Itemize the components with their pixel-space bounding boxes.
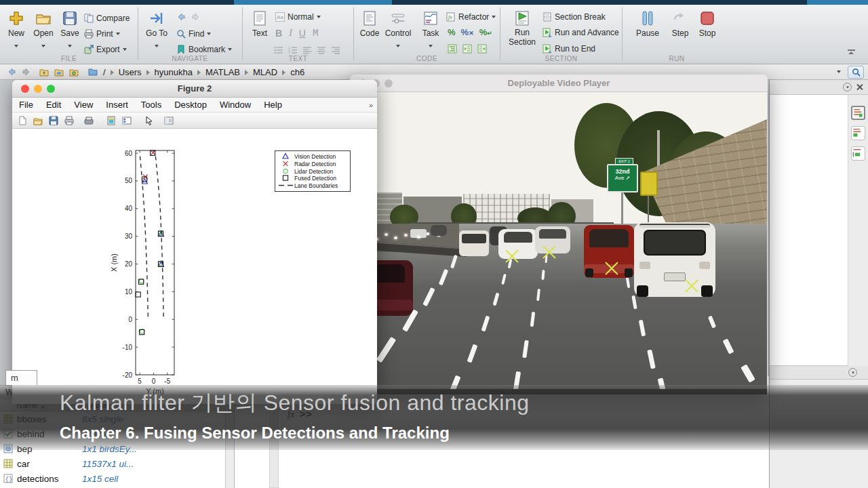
comment-icon[interactable]: % xyxy=(448,27,456,37)
cloud-folder-icon[interactable] xyxy=(54,67,64,77)
underline-button[interactable]: U xyxy=(299,28,306,39)
bold-button[interactable]: B xyxy=(275,28,282,39)
new-button[interactable]: New xyxy=(2,10,31,54)
zoom-traffic-icon[interactable] xyxy=(47,85,55,93)
panel-menu-icon[interactable] xyxy=(848,368,857,377)
numbered-list-icon[interactable]: 123 xyxy=(288,45,298,55)
path-dropdown-icon[interactable] xyxy=(837,70,841,73)
find-button[interactable]: Find xyxy=(176,27,211,40)
history-back-icon[interactable] xyxy=(7,67,16,77)
fx-icon[interactable]: fx xyxy=(288,409,294,420)
uncomment-icon[interactable]: %✕ xyxy=(461,27,474,37)
menu-desktop[interactable]: Desktop xyxy=(174,100,207,110)
workspace-scrollbar[interactable] xyxy=(225,411,234,488)
figure-window-titlebar[interactable]: Figure 2 xyxy=(12,80,377,98)
open-button[interactable]: Open xyxy=(29,10,58,54)
align-right-icon[interactable] xyxy=(331,45,340,55)
align-center-icon[interactable] xyxy=(317,45,326,55)
workspace-row-detections[interactable]: {} detections1x15 cell xyxy=(0,471,234,486)
figure-canvas[interactable]: -20-10010203040506050-5X (m)Y (m) Vision… xyxy=(12,129,377,403)
menu-edit[interactable]: Edit xyxy=(46,100,61,110)
run-and-advance-button[interactable]: Run and Advance xyxy=(542,26,619,39)
stop-button[interactable]: Stop xyxy=(693,10,722,54)
sedan-rear-window xyxy=(504,232,532,243)
bookmark-button[interactable]: Bookmark xyxy=(176,43,232,56)
command-window-scrollbar[interactable] xyxy=(269,394,279,488)
wheel xyxy=(625,268,633,277)
search-folder-icon[interactable] xyxy=(69,67,79,77)
view-toggle-icon[interactable] xyxy=(851,106,865,120)
compare-button[interactable]: Compare xyxy=(84,12,130,24)
toolstrip-section-code: Code Control Task fx Refactor % %✕ %↵ xyxy=(354,5,500,64)
video-window-titlebar[interactable]: Deployable Video Player xyxy=(350,75,768,92)
print-button[interactable]: Print xyxy=(84,27,120,40)
breadcrumb-users[interactable]: Users xyxy=(119,67,142,77)
workspace-row-behind[interactable]: behindlogical xyxy=(0,426,234,441)
refactor-button[interactable]: fx Refactor xyxy=(446,10,496,23)
panel-menu-icon[interactable] xyxy=(843,83,852,92)
new-figure-icon[interactable] xyxy=(18,116,27,125)
plot-legend[interactable]: Vision Detection Radar Detection Lidar D… xyxy=(275,150,351,192)
breadcrumb-matlab[interactable]: MATLAB xyxy=(205,67,240,77)
menu-help[interactable]: Help xyxy=(264,100,282,110)
workspace-row-bboxes[interactable]: bboxes6x5 single xyxy=(0,411,234,426)
breadcrumb-user[interactable]: hyunukha xyxy=(155,67,193,77)
menu-file[interactable]: File xyxy=(19,100,33,110)
run-section-button[interactable]: Run Section xyxy=(505,10,539,54)
control-button[interactable]: Control xyxy=(382,10,414,54)
indent-left-icon[interactable] xyxy=(477,44,487,54)
step-button[interactable]: Step xyxy=(666,10,694,54)
workspace-row-car[interactable]: car11537x1 ui... xyxy=(0,456,234,471)
search-button[interactable] xyxy=(848,66,864,79)
export-button[interactable]: Export xyxy=(84,43,127,56)
italic-button[interactable]: I xyxy=(289,28,292,39)
monospace-button[interactable]: M xyxy=(313,28,318,39)
menu-overflow-icon[interactable]: » xyxy=(369,101,373,109)
run-to-end-button[interactable]: Run to End xyxy=(542,42,595,55)
mini-rear-window xyxy=(644,230,706,256)
close-icon[interactable] xyxy=(856,83,863,91)
open-file-icon[interactable] xyxy=(33,116,43,125)
indent-right-icon[interactable] xyxy=(462,44,472,54)
style-dropdown[interactable]: Aa Normal xyxy=(275,10,321,23)
nav-back-button[interactable] xyxy=(176,10,201,23)
bullet-list-icon[interactable] xyxy=(274,45,283,55)
wrap-comment-icon[interactable]: %↵ xyxy=(479,27,492,37)
breadcrumb-ch6[interactable]: ch6 xyxy=(290,67,304,77)
toolstrip-section-run: Pause Step Stop RUN xyxy=(623,5,731,64)
menu-insert[interactable]: Insert xyxy=(106,100,128,110)
collapse-toolstrip-icon[interactable] xyxy=(848,49,855,54)
colorbar-icon[interactable] xyxy=(106,116,116,125)
menu-window[interactable]: Window xyxy=(220,100,251,110)
menu-view[interactable]: View xyxy=(74,100,93,110)
legend-toggle-icon[interactable] xyxy=(164,116,174,125)
close-traffic-icon[interactable] xyxy=(21,85,29,93)
prompt-chevrons: >> xyxy=(300,409,312,420)
zoom-traffic-icon[interactable] xyxy=(384,79,393,87)
minimize-traffic-icon[interactable] xyxy=(34,85,42,93)
smart-indent-icon[interactable] xyxy=(448,44,457,54)
report-icon[interactable] xyxy=(851,126,865,140)
copy-figure-icon[interactable] xyxy=(84,116,94,125)
workspace-row-bep[interactable]: bep1x1 birdsEy... xyxy=(0,441,234,456)
property-editor-icon[interactable] xyxy=(122,116,132,125)
up-folder-icon[interactable] xyxy=(39,67,49,77)
breadcrumb-root[interactable]: / xyxy=(103,67,106,77)
code-button[interactable]: Code xyxy=(355,10,384,54)
menu-tools[interactable]: Tools xyxy=(141,100,161,110)
outline-icon[interactable] xyxy=(851,146,865,161)
minimized-panel-tab[interactable]: m xyxy=(5,370,37,385)
text-button[interactable]: Text xyxy=(245,10,274,54)
print-figure-icon[interactable] xyxy=(64,116,74,125)
save-figure-icon[interactable] xyxy=(49,116,58,125)
side-panel-content[interactable] xyxy=(770,95,868,366)
history-forward-icon[interactable] xyxy=(22,67,31,77)
cursor-arrow-icon[interactable] xyxy=(144,116,154,125)
pause-button[interactable]: Pause xyxy=(633,10,662,54)
section-break-button[interactable]: Section Break xyxy=(542,10,606,23)
breadcrumb-mlad[interactable]: MLAD xyxy=(253,67,277,77)
align-left-icon[interactable] xyxy=(302,45,312,55)
save-button[interactable]: Save xyxy=(56,10,84,54)
task-button[interactable]: Task xyxy=(416,10,445,54)
goto-button[interactable]: Go To xyxy=(142,10,171,54)
